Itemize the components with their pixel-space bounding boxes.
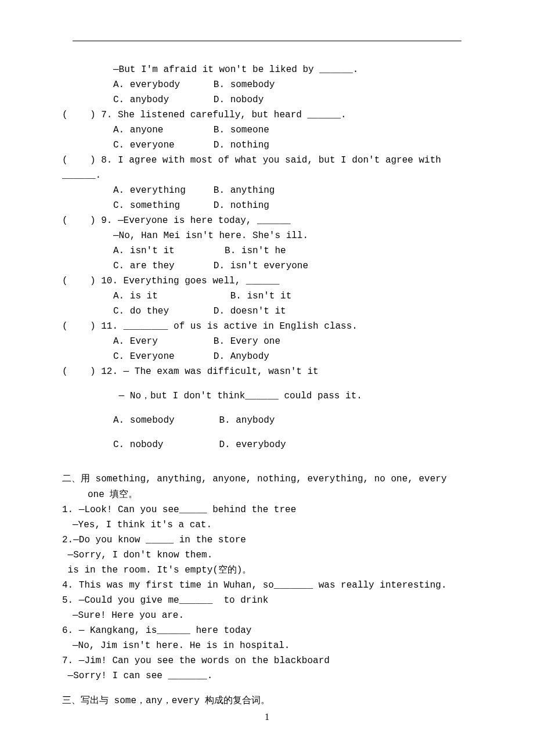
q7-options-cd: C. everyone D. nothing [61, 138, 473, 153]
section-2-suffix: 填空。 [110, 489, 138, 499]
q6-options-cd: C. anybody D. nobody [61, 92, 473, 107]
fill-4: 4. This was my first time in Wuhan, so__… [61, 578, 473, 593]
question-9: ( ) 9. —Everyone is here today, ______ [61, 213, 473, 228]
fill-1-response: —Yes, I think it's a cat. [61, 517, 473, 532]
fill-2-response: —Sorry, I don't know them. [61, 548, 473, 563]
q12-options-ab: A. somebody B. anybody [61, 413, 473, 428]
section-2-words-cont: one [88, 489, 110, 500]
section-2-title: 二、用 something, anything, anyone, nothing… [61, 471, 473, 487]
divider-line [73, 41, 461, 41]
page-number: 1 [0, 712, 534, 722]
fill-5: 5. —Could you give me______ to drink [61, 593, 473, 608]
fill-7: 7. —Jim! Can you see the words on the bl… [61, 653, 473, 668]
q6-options-ab: A. everybody B. somebody [61, 77, 473, 92]
question-7: ( ) 7. She listened carefully, but heard… [61, 107, 473, 123]
q12-options-cd: C. nobody D. everybody [61, 437, 473, 452]
question-12: ( ) 12. — The exam was difficult, wasn't… [61, 364, 473, 379]
fill-2: 2.—Do you know _____ in the store [61, 532, 473, 548]
document-body: —But I'm afraid it won't be liked by ___… [61, 62, 473, 708]
q8-options-cd: C. something D. nothing [61, 198, 473, 213]
q11-options-ab: A. Every B. Every one [61, 334, 473, 349]
q9-options-cd: C. are they D. isn't everyone [61, 258, 473, 273]
q9-options-ab: A. isn't it B. isn't he [61, 243, 473, 258]
fill-7-response: —Sorry! I can see _______. [61, 668, 473, 683]
section-2-words: something, anything, anyone, nothing, ev… [90, 474, 447, 484]
q8-options-ab: A. everything B. anything [61, 183, 473, 198]
fill-6-response: —No, Jim isn't here. He is in hospital. [61, 638, 473, 653]
q7-options-ab: A. anyone B. someone [61, 123, 473, 138]
q10-options-ab: A. is it B. isn't it [61, 289, 473, 304]
question-11: ( ) 11. ________ of us is active in Engl… [61, 319, 473, 334]
question-10: ( ) 10. Everything goes well, ______ [61, 273, 473, 289]
section-2-prefix: 二、用 [62, 473, 90, 483]
section-3-prefix: 三、写出与 [62, 695, 109, 705]
section-3-words: some，any，every [109, 696, 205, 706]
fill-1: 1. —Look! Can you see_____ behind the tr… [61, 502, 473, 517]
q11-options-cd: C. Everyone D. Anybody [61, 349, 473, 364]
section-3-suffix: 构成的复合词。 [205, 695, 270, 705]
q10-options-cd: C. do they D. doesn't it [61, 304, 473, 319]
q9-response: —No, Han Mei isn't here. She's ill. [61, 228, 473, 243]
question-8: ( ) 8. I agree with most of what you sai… [61, 153, 473, 168]
section-2-title-cont: one 填空。 [61, 487, 473, 502]
q12-response: — No，but I don't think______ could pass … [61, 388, 473, 404]
fill-5-response: —Sure! Here you are. [61, 608, 473, 623]
section-3-title: 三、写出与 some，any，every 构成的复合词。 [61, 693, 473, 708]
q6-continuation: —But I'm afraid it won't be liked by ___… [61, 62, 473, 77]
fill-3: is in the room. It's empty(空的)。 [61, 563, 473, 578]
fill-6: 6. — Kangkang, is______ here today [61, 623, 473, 638]
question-8-end: ______. [61, 168, 473, 183]
